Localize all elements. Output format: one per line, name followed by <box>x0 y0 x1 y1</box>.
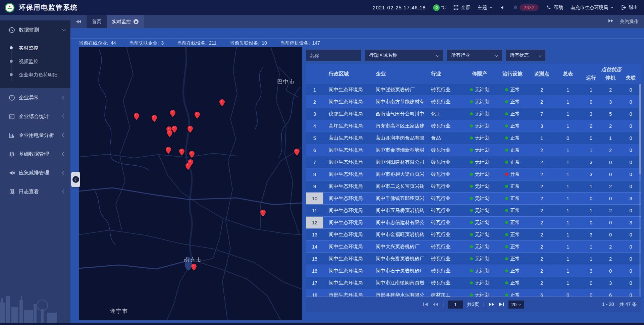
table-row[interactable]: 17阆中生态环境局阆中市江南镇阆南页岩砖瓦行业无计划正常21030 <box>306 277 641 289</box>
status-dot <box>470 137 473 140</box>
sidebar-group: 数据监测实时监控视频监控企业电力负荷明细 <box>0 20 70 88</box>
industry-filter-select[interactable]: 所有行业 <box>447 49 502 61</box>
facility-status-text: 正常 <box>510 159 520 165</box>
cell-meters: 1 <box>554 144 581 156</box>
sidebar-item[interactable]: 日志查看 <box>0 182 70 201</box>
cell-limit-status: 无计划 <box>463 241 496 253</box>
tab-realtime-monitoring[interactable]: 实时监控 <box>107 15 144 28</box>
map-pin[interactable] <box>170 110 175 117</box>
sidebar-item[interactable]: 企业用电量分析 <box>0 126 70 145</box>
table-row[interactable]: 3仪陇生态环境局西南油气田分公司川中化工无计划正常71350 <box>306 108 641 120</box>
sidebar: 数据监测实时监控视频监控企业电力负荷明细企业异常企业综合统计企业用电量分析基础数… <box>0 15 70 323</box>
notifications-button[interactable]: 2632 <box>513 4 539 11</box>
table-scrollbar-thumb[interactable] <box>639 84 641 174</box>
cell-facility-status: 正常 <box>496 241 529 253</box>
cell-company: 阆中明阳建材有限公司 <box>370 156 426 168</box>
table-row[interactable]: 12阆中生态环境局阆中市忠信建材有限公砖瓦行业无计划正常21003 <box>306 217 641 229</box>
tab-close-icon[interactable] <box>133 19 139 24</box>
status-filter-select[interactable]: 所有状态 <box>505 49 546 61</box>
page-size-select[interactable]: 20 <box>508 300 525 309</box>
cell-meters: 1 <box>554 277 581 289</box>
sidebar-item[interactable]: 企业异常 <box>0 88 70 107</box>
cell-limit-status: 无计划 <box>463 120 496 132</box>
table-row[interactable]: 1阆中生态环境局阆中强锐页岩砖厂砖瓦行业无计划正常21120 <box>306 84 641 96</box>
status-dot <box>505 112 508 115</box>
region-filter-select[interactable]: 行政区域名称 <box>365 49 443 61</box>
table-row[interactable]: 15阆中生态环境局阆中市光富页岩机砖厂砖瓦行业无计划正常21120 <box>306 253 641 265</box>
theme-button[interactable]: 主题 <box>478 5 492 11</box>
table-row[interactable]: 16阆中生态环境局阆中市石子页岩机砖厂砖瓦行业无计划正常21300 <box>306 265 641 277</box>
table-row[interactable]: 14阆中生态环境局阆中大兴页岩机砖厂砖瓦行业无计划正常21120 <box>306 241 641 253</box>
stat-label: 当前停机设备: <box>280 40 310 46</box>
status-dot <box>505 137 508 140</box>
map-pin[interactable] <box>191 264 197 271</box>
map-pin[interactable] <box>185 163 191 170</box>
org-menu-button[interactable]: 南充市生态环境局 <box>571 5 613 11</box>
table-row[interactable]: 13阆中生态环境局阆中市金福旺页岩机砖砖瓦行业无计划正常21300 <box>306 229 641 241</box>
chevron-left-icon <box>62 114 65 118</box>
map-pin[interactable] <box>172 126 177 133</box>
cell-region: 阆中生态环境局 <box>323 205 370 216</box>
first-page-button[interactable] <box>423 302 429 307</box>
facility-status-text: 正常 <box>510 123 520 129</box>
table-row[interactable]: 8阆中生态环境局阆中市枣碧大梁山页岩砖瓦行业无计划异常21300 <box>306 168 641 180</box>
map-pin[interactable] <box>179 149 184 156</box>
cell-region: 阆中生态环境局 <box>323 277 370 289</box>
page-number-input[interactable] <box>448 300 463 309</box>
close-operations-button[interactable]: 关闭操作 <box>620 19 639 25</box>
map-pin[interactable] <box>167 130 172 137</box>
logout-button[interactable]: 退出 <box>621 5 638 11</box>
sidebar-item[interactable]: 应急减排管理 <box>0 163 70 182</box>
next-page-button[interactable] <box>489 302 494 307</box>
status-dot <box>505 281 508 284</box>
map-pin[interactable] <box>294 149 300 156</box>
panel-collapse-handle[interactable] <box>71 172 80 187</box>
stats-bar: 当前在线企业:44当前失联企业:3当前在线设备:211当前失联设备:10当前停机… <box>70 39 644 48</box>
sidebar-item[interactable]: 基础数据管理 <box>0 145 70 163</box>
tabs-scroll-right-button[interactable] <box>608 19 614 24</box>
table-row[interactable]: 18南部生态环境局南部县建华水泥有限公建材加工无计划正常60060 <box>306 289 641 296</box>
sidebar-subitem[interactable]: 实时监控 <box>0 41 70 55</box>
cell-facility-status: 正常 <box>496 96 529 108</box>
map-pin[interactable] <box>134 113 139 120</box>
map-pin[interactable] <box>195 112 200 119</box>
map-panel[interactable]: 巴中市南充市遂宁市 <box>79 47 302 320</box>
total-pages-label: 共3页 <box>467 302 479 308</box>
sidebar-item[interactable]: 企业综合统计 <box>0 107 70 126</box>
fullscreen-button[interactable]: 全屏 <box>453 5 470 11</box>
sidebar-item[interactable]: 数据监测 <box>0 20 70 39</box>
last-page-button[interactable] <box>498 302 504 307</box>
chevron-down-icon <box>494 53 498 57</box>
table-row[interactable]: 6阆中生态环境局阆中市金博瑞新型墙材砖瓦行业无计划正常21120 <box>306 144 641 156</box>
map-pin[interactable] <box>187 126 193 133</box>
status-dot <box>505 293 508 296</box>
help-button[interactable]: 帮助 <box>546 5 563 11</box>
table-row[interactable]: 9阆中生态环境局阆中市二龙长宝页岩砖砖瓦行业无计划正常21120 <box>306 180 641 193</box>
row-index: 17 <box>306 277 323 289</box>
mute-button[interactable] <box>500 5 505 10</box>
table-row[interactable]: 10阆中生态环境局阆中千佛镇五郎垭页岩砖瓦行业无计划正常21003 <box>306 193 641 205</box>
map-pin[interactable] <box>152 115 157 122</box>
name-filter-input[interactable] <box>306 49 361 61</box>
prev-page-button[interactable] <box>433 302 438 307</box>
industry-filter-value: 所有行业 <box>451 52 470 58</box>
map-pin[interactable] <box>189 151 195 158</box>
table-row[interactable]: 4高坪生态环境局南充市高坪区王家店建砖瓦行业无计划正常31220 <box>306 120 641 132</box>
tabs-scroll-left-button[interactable] <box>70 15 87 28</box>
table-row[interactable]: 2阆中生态环境局阆中市南方节能建材有砖瓦行业无计划正常21030 <box>306 96 641 108</box>
map-pin[interactable] <box>166 147 171 154</box>
table-row[interactable]: 11阆中生态环境局阆中市五马桥页岩机砖砖瓦行业无计划正常21120 <box>306 205 641 217</box>
sidebar-subitem[interactable]: 企业电力负荷明细 <box>0 68 70 82</box>
map-pin[interactable] <box>219 99 225 106</box>
notification-count-badge: 2632 <box>520 4 539 11</box>
cell-run: 0 <box>581 289 601 296</box>
tab-home[interactable]: 首页 <box>87 15 107 28</box>
cell-meters: 1 <box>554 205 581 216</box>
temperature-badge: 0 <box>433 4 440 11</box>
sidebar-subitem[interactable]: 视频监控 <box>0 55 70 68</box>
stat-label: 当前失联企业: <box>129 40 159 46</box>
table-row[interactable]: 7阆中生态环境局阆中明阳建材有限公司砖瓦行业无计划正常21300 <box>306 156 641 168</box>
map-pin[interactable] <box>260 210 266 217</box>
stat-value: 10 <box>262 40 267 46</box>
table-row[interactable]: 5营山生态环境局营山县润丰肉食品有限食品无计划正常10010 <box>306 132 641 144</box>
